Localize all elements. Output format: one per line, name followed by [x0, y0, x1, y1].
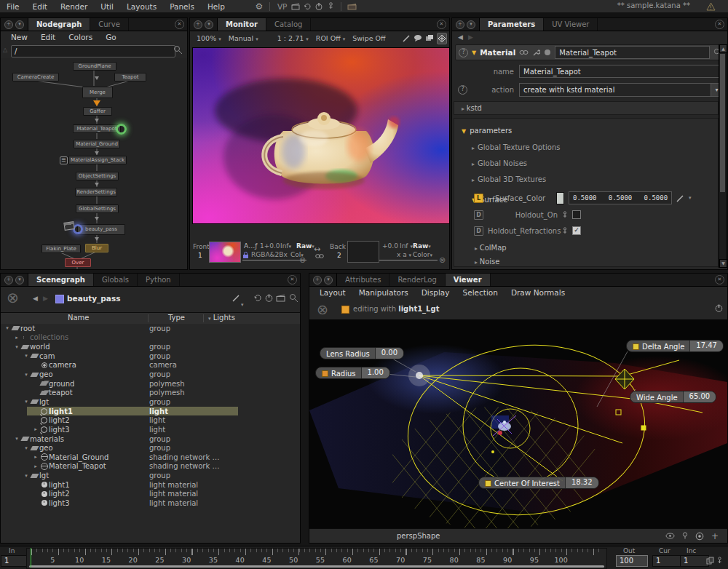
slate-icon[interactable] — [290, 1, 301, 12]
tab-scenegraph[interactable]: Scenegraph — [28, 274, 94, 286]
timeline-scrollbar[interactable] — [29, 565, 604, 568]
front-name[interactable]: A…ƒ — [244, 242, 257, 250]
pen-dropdown-icon[interactable]: ▾ — [241, 295, 244, 309]
scrollbar-thumb[interactable] — [720, 54, 725, 192]
scenegraph-row-lgt[interactable]: ▾lgtgroup — [1, 397, 300, 407]
center-of-interest-pill[interactable]: Center Of Interest18.32 — [478, 477, 599, 489]
menu-help[interactable]: Help — [201, 1, 232, 12]
expander-icon[interactable]: ▾ — [23, 353, 30, 359]
roi-dropdown[interactable]: ROI Off ▾ — [314, 33, 347, 43]
action-dropdown[interactable]: create with kstd material ▾ — [519, 83, 723, 97]
node-objectsettings[interactable]: ObjectSettings — [76, 172, 119, 180]
current-node-label[interactable]: beauty_pass — [67, 294, 120, 303]
figure-icon[interactable] — [562, 211, 568, 219]
clear-icon[interactable]: ⊗ — [317, 301, 328, 317]
scenegraph-row-geo[interactable]: ▾geogroup — [1, 443, 300, 453]
front-view-dropdown[interactable]: Raw▾ — [296, 242, 314, 250]
frame-ruler[interactable]: 5101520253035404550556065707580859095100 — [26, 548, 607, 569]
ratio-dropdown[interactable]: 1 : 2.71 ▾ — [275, 33, 311, 43]
pane-add-icon[interactable]: + — [456, 20, 464, 29]
plus-icon[interactable]: + — [711, 531, 719, 541]
playhead[interactable] — [31, 548, 31, 568]
nodegraph-menu-go[interactable]: Go — [100, 32, 122, 42]
close-icon[interactable]: ✕ — [288, 275, 297, 284]
wrench-icon[interactable] — [532, 49, 540, 57]
back-exposure[interactable]: +0.0 — [382, 242, 398, 250]
item-name-label[interactable]: light1 — [49, 407, 73, 415]
search-icon[interactable] — [289, 293, 298, 303]
key-step-icon[interactable] — [716, 557, 723, 565]
item-name-label[interactable]: light3 — [49, 426, 70, 434]
pane-add-icon[interactable]: + — [313, 276, 322, 284]
expander-icon[interactable]: ▾ — [4, 325, 11, 331]
expander-icon[interactable]: ▸ — [32, 463, 39, 469]
warning-icon[interactable] — [705, 1, 716, 12]
scenegraph-row-material_ground[interactable]: ▸Material_Groundshading network … — [1, 453, 300, 462]
light-bulb-icon[interactable] — [682, 532, 688, 540]
column-type[interactable]: Type — [168, 314, 185, 322]
vp-label[interactable]: VP — [274, 2, 290, 11]
close-icon[interactable]: ✕ — [437, 20, 446, 29]
scrollbar[interactable]: ▲ ▼ — [719, 44, 727, 268]
viewer-menu-layout[interactable]: Layout — [314, 287, 352, 298]
expander-icon[interactable]: ▾ — [13, 344, 20, 350]
lens-radius-pill[interactable]: Lens Radius0.00 — [320, 347, 404, 359]
pane-add-icon[interactable]: + — [4, 20, 13, 29]
refresh-icon[interactable] — [301, 1, 313, 12]
node-search-input[interactable]: / — [11, 45, 175, 57]
figure-icon[interactable] — [325, 1, 336, 12]
back-colorspace-dropdown[interactable]: Color▾ — [413, 251, 432, 258]
param-group-global-texture-options[interactable]: Global Texture Options — [472, 143, 718, 151]
menu-util[interactable]: Util — [94, 1, 120, 12]
back-clamp-dropdown[interactable]: Inf ▾ — [400, 242, 413, 250]
scenegraph-row-teapot[interactable]: teapotpolymesh — [1, 388, 300, 397]
zoom-dropdown[interactable]: 100% ▾ — [194, 33, 223, 43]
item-name-label[interactable]: world — [30, 343, 50, 351]
clear-scenegraph-icon[interactable]: ⊗ — [7, 289, 19, 306]
tab-globals[interactable]: Globals — [94, 274, 138, 286]
item-name-label[interactable]: cam — [39, 352, 55, 360]
scenegraph-row-light3[interactable]: light3light material — [1, 498, 300, 508]
nodegraph-canvas[interactable]: GroundPlaneCameraCreateTeapotMergeGaffer… — [1, 58, 187, 269]
holdout-refractions-checkbox[interactable]: ✓ — [572, 226, 581, 235]
nodegraph-menu-new[interactable]: New — [5, 32, 33, 42]
scenegraph-row-lgt[interactable]: ▾lgtgroup — [1, 471, 300, 480]
holdout-checkbox[interactable] — [572, 210, 581, 219]
default-badge[interactable]: D — [474, 210, 483, 220]
node-rendersettings[interactable]: RenderSettings — [75, 188, 117, 196]
front-exposure[interactable]: 1+0.0 — [260, 242, 280, 250]
color-values-field[interactable]: 0.5000 0.5000 0.5000 — [569, 191, 672, 204]
in-field[interactable]: 1 — [1, 555, 28, 567]
scenegraph-row-world[interactable]: ▾worldgroup — [1, 342, 300, 351]
expander-icon[interactable]: ▾ — [23, 473, 30, 479]
scenegraph-row-collections[interactable]: ▸collections — [1, 333, 300, 343]
node-material_teapot[interactable]: Material_Teapot — [73, 124, 121, 133]
menu-layouts[interactable]: Layouts — [120, 1, 163, 12]
column-name[interactable]: Name — [68, 314, 90, 322]
node-cameracreate[interactable]: CameraCreate — [12, 73, 59, 81]
tab-monitor[interactable]: Monitor — [218, 18, 266, 31]
param-group-global-noises[interactable]: Global Noises — [472, 159, 718, 167]
node-groundplane[interactable]: GroundPlane — [73, 62, 116, 71]
node-name-field[interactable]: Material_Teapot — [555, 46, 710, 59]
item-name-label[interactable]: geo — [39, 444, 53, 452]
slate-icon[interactable] — [276, 294, 285, 302]
scenegraph-row-light2[interactable]: light2light material — [1, 490, 300, 499]
front-thumbnail[interactable] — [209, 242, 241, 263]
out-field[interactable]: 100 — [616, 555, 648, 567]
menu-panels[interactable]: Panels — [163, 1, 201, 12]
scenegraph-row-light3[interactable]: ▸light3light — [1, 425, 300, 434]
link-icon[interactable] — [519, 49, 529, 55]
front-clear-icon[interactable]: ⊗ — [299, 255, 306, 265]
node-gaffer[interactable]: Gaffer — [83, 107, 112, 116]
node-flakin_plate[interactable]: Flakin_Plate — [41, 244, 81, 253]
forward-icon[interactable]: ▶ — [43, 295, 48, 302]
comment-icon[interactable] — [414, 33, 422, 44]
power-icon[interactable] — [313, 1, 325, 12]
cur-field[interactable]: 1 — [652, 555, 681, 567]
close-icon[interactable]: ✕ — [175, 20, 184, 29]
item-name-label[interactable]: Material_Ground — [49, 453, 108, 461]
node-material_ground[interactable]: Material_Ground — [74, 140, 120, 148]
node-teapot[interactable]: Teapot — [114, 73, 146, 81]
node-over[interactable]: Over — [65, 258, 91, 267]
